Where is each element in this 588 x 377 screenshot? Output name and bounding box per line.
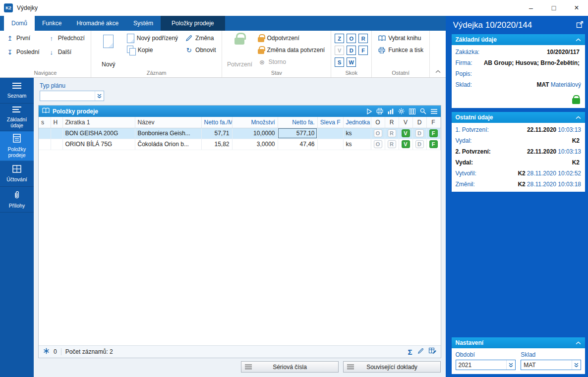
zmena-button[interactable]: Změna bbox=[182, 32, 218, 44]
sidebar-item-prilohy[interactable]: Přílohy bbox=[0, 187, 34, 213]
posledni-label: Poslední bbox=[16, 49, 40, 55]
vybrat-knihu-button[interactable]: Vybrat knihu bbox=[375, 32, 426, 44]
close-icon: × bbox=[574, 3, 579, 12]
col-s[interactable]: s bbox=[39, 117, 51, 128]
sklad-combobox[interactable]: MAT bbox=[521, 360, 581, 370]
table-edit-icon[interactable] bbox=[429, 348, 436, 356]
zmena-label: Změna bbox=[195, 35, 214, 42]
typ-planu-combobox[interactable] bbox=[40, 91, 104, 101]
menu-icon bbox=[245, 364, 252, 370]
table-header-row: s H Zkratka 1 Název Netto fa./M Množství… bbox=[39, 117, 440, 128]
col-mnozstvi[interactable]: Množství bbox=[232, 117, 278, 128]
close-button[interactable]: × bbox=[565, 0, 588, 16]
col-jednotka[interactable]: Jednotka bbox=[343, 117, 371, 128]
search-icon[interactable] bbox=[420, 108, 426, 114]
zmena-data-potvrzeni-button[interactable]: Změna data potvrzení bbox=[255, 44, 327, 56]
table-row[interactable]: ORION BÍLÁ 75G Čokoláda Orion b... 15,82… bbox=[39, 139, 440, 150]
novy-podrizeny-button[interactable]: Nový podřízený bbox=[124, 32, 180, 44]
seriova-cisla-label: Sériová čísla bbox=[252, 364, 328, 371]
maximize-button[interactable]: □ bbox=[542, 0, 565, 16]
skok-w-button[interactable]: W bbox=[347, 57, 356, 67]
novy-button[interactable]: Nový bbox=[95, 32, 122, 69]
cell-netto-m: 57,71 bbox=[201, 128, 232, 139]
list-icon bbox=[12, 82, 22, 91]
section-header-nastaveni[interactable]: Nastavení bbox=[452, 337, 586, 348]
col-nazev[interactable]: Název bbox=[135, 117, 201, 128]
funkce-a-tisk-button[interactable]: Funkce a tisk bbox=[375, 44, 426, 56]
skok-f-button[interactable]: F bbox=[358, 46, 368, 55]
posledni-button[interactable]: ↧Poslední bbox=[3, 46, 42, 58]
souvisejici-doklady-label: Související doklady bbox=[354, 364, 430, 371]
obnovit-button[interactable]: ↻Obnovit bbox=[182, 44, 218, 56]
vybrat-knihu-label: Vybrat knihu bbox=[388, 35, 421, 42]
col-h[interactable]: H bbox=[51, 117, 62, 128]
table-row[interactable]: BON GEISHA 200G Bonboniera Geish... 57,7… bbox=[39, 128, 440, 139]
col-d[interactable]: D bbox=[412, 117, 426, 128]
col-netto-fa[interactable]: Netto fa. bbox=[278, 117, 317, 128]
col-r[interactable]: R bbox=[385, 117, 399, 128]
open-in-window-icon[interactable] bbox=[576, 21, 584, 30]
group-label-zaznam: Záznam bbox=[95, 69, 219, 77]
columns-icon[interactable] bbox=[409, 108, 415, 114]
souvisejici-doklady-button[interactable]: Související doklady bbox=[343, 361, 441, 373]
last-record-icon: ↧ bbox=[6, 49, 14, 56]
next-record-icon: ↓ bbox=[48, 49, 56, 56]
collapse-ribbon-button[interactable] bbox=[435, 68, 441, 75]
odpotvrzeni-button[interactable]: Odpotvrzení bbox=[255, 32, 327, 44]
skok-r-button[interactable]: R bbox=[358, 34, 368, 43]
obdobi-combobox[interactable]: 2021 bbox=[456, 360, 516, 370]
cell-netto-focused[interactable]: 577,10 bbox=[278, 128, 317, 139]
cell-flag-f: F bbox=[426, 139, 440, 150]
tab-funkce[interactable]: Funkce bbox=[35, 16, 69, 31]
col-netto-fa-m[interactable]: Netto fa./M bbox=[201, 117, 232, 128]
col-sleva-f[interactable]: Sleva F bbox=[317, 117, 343, 128]
sidebar-label-prilohy: Přílohy bbox=[9, 203, 25, 209]
gear-icon[interactable] bbox=[398, 108, 405, 114]
obdobi-label: Období bbox=[456, 351, 516, 358]
section-header-zakladni-udaje[interactable]: Základní údaje bbox=[452, 34, 586, 45]
tab-polozky-prodeje[interactable]: Položky prodeje bbox=[161, 16, 225, 31]
skok-z-button[interactable]: Z bbox=[335, 34, 344, 43]
dalsi-button[interactable]: ↓Další bbox=[45, 46, 87, 58]
play-icon[interactable] bbox=[367, 108, 372, 114]
storno-button[interactable]: ⊗Storno bbox=[255, 56, 327, 68]
kopie-button[interactable]: Kopie bbox=[124, 44, 180, 56]
predchozi-button[interactable]: ↑Předchozí bbox=[45, 32, 87, 44]
cell-flag-v: V bbox=[399, 139, 412, 150]
section-header-ostatni-udaje[interactable]: Ostatní údaje bbox=[452, 112, 586, 123]
typ-planu-label: Typ plánu bbox=[40, 82, 446, 89]
skok-v-button[interactable]: V bbox=[335, 46, 344, 55]
seriova-cisla-button[interactable]: Sériová čísla bbox=[241, 361, 339, 373]
potvrzeni-button[interactable]: Potvrzení bbox=[226, 32, 253, 69]
col-v[interactable]: V bbox=[399, 117, 412, 128]
skok-s-button[interactable]: S bbox=[335, 57, 344, 67]
col-zkratka[interactable]: Zkratka 1 bbox=[62, 117, 135, 128]
menu-icon[interactable] bbox=[431, 109, 437, 114]
edit-pencil-icon[interactable] bbox=[417, 348, 424, 356]
skok-d-button[interactable]: D bbox=[347, 46, 356, 55]
col-o[interactable]: O bbox=[371, 117, 385, 128]
document-table-icon bbox=[13, 134, 21, 144]
sidebar-item-zakladni-udaje[interactable]: Základní údaje bbox=[0, 104, 34, 131]
panel-toolbar bbox=[367, 108, 437, 114]
sum-icon[interactable]: Σ bbox=[408, 348, 412, 356]
chart-icon[interactable] bbox=[388, 108, 394, 114]
sidebar-item-uctovani[interactable]: Účtování bbox=[0, 161, 34, 187]
tab-domu[interactable]: Domů bbox=[4, 16, 35, 31]
panel-statusbar: 0 Počet záznamů: 2 Σ bbox=[39, 345, 441, 358]
tab-system[interactable]: Systém bbox=[126, 16, 161, 31]
tab-hromadne-akce[interactable]: Hromadné akce bbox=[69, 16, 126, 31]
col-f[interactable]: F bbox=[426, 117, 440, 128]
skok-o-button[interactable]: O bbox=[347, 34, 356, 43]
sidebar-item-polozky-prodeje[interactable]: Položky prodeje bbox=[0, 131, 34, 161]
ribbon-group-navigace: ↥První ↑Předchozí ↧Poslední ↓Další Navig… bbox=[0, 31, 91, 77]
sidebar-label-seznam: Seznam bbox=[7, 93, 27, 99]
first-record-icon: ↥ bbox=[6, 35, 14, 42]
print-icon[interactable] bbox=[376, 108, 383, 114]
minimize-button[interactable]: – bbox=[520, 0, 542, 16]
chevron-up-icon bbox=[576, 341, 581, 345]
edit-pencil-icon bbox=[185, 35, 193, 42]
k2-logo-icon: K2 bbox=[4, 3, 13, 12]
sidebar-item-seznam[interactable]: Seznam bbox=[0, 78, 34, 104]
prvni-button[interactable]: ↥První bbox=[3, 32, 42, 44]
